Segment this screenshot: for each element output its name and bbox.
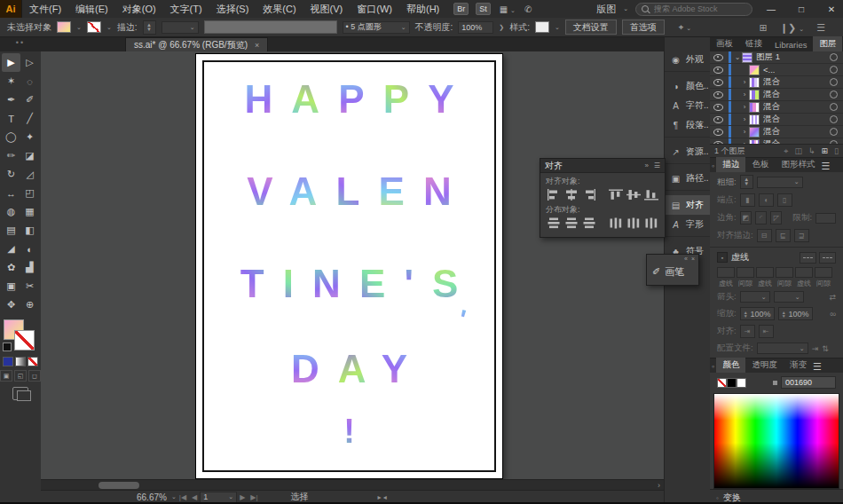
dashed-line-checkbox[interactable]: ▪ <box>717 252 728 263</box>
layer-thumbnail[interactable] <box>742 52 752 63</box>
search-input[interactable] <box>652 4 736 14</box>
brush-icon[interactable]: ✐ <box>652 266 660 278</box>
visibility-eye-icon[interactable] <box>713 79 723 86</box>
dash-field-5[interactable] <box>815 267 832 278</box>
arrow-scale-start-field[interactable]: ▲▼100% <box>740 307 775 320</box>
line-segment-tool[interactable]: ╱ <box>20 109 39 128</box>
brushes-close-icon[interactable]: × <box>691 256 695 264</box>
arrow-align-tip-button[interactable]: ⇥ <box>740 325 755 338</box>
stroke-chevron-icon[interactable]: ⌄ <box>106 24 112 31</box>
preferences-button[interactable]: 首选项 <box>622 20 665 35</box>
panel-menu-icon[interactable]: ☰ <box>816 22 825 34</box>
status-expand-icon[interactable]: ▸ ◂ <box>378 493 387 501</box>
stroke-weight-dropdown[interactable]: ⌄ <box>162 21 199 34</box>
lasso-tool[interactable]: ◌ <box>20 72 39 91</box>
dash-field-4[interactable] <box>795 267 813 278</box>
default-fill-stroke-icon[interactable] <box>3 343 12 351</box>
slice-tool[interactable]: ✂ <box>20 277 39 295</box>
delete-icon[interactable]: ▯ <box>834 146 839 155</box>
align-right-button[interactable] <box>581 188 596 201</box>
width-profile-preview[interactable] <box>204 20 337 34</box>
draw-normal-button[interactable]: ▣ <box>0 370 12 382</box>
fill-chevron-icon[interactable]: ⌄ <box>76 24 82 31</box>
dock-panel-asset-export[interactable]: ↗资源.. <box>665 142 711 161</box>
dist-top-button[interactable] <box>546 217 561 230</box>
align-dash-icon[interactable] <box>819 252 836 264</box>
dock-panel-paragraph[interactable]: ¶段落.. <box>665 115 711 135</box>
round-cap-button[interactable]: ◖ <box>759 193 774 207</box>
brushes-collapse-icon[interactable]: « <box>684 256 688 264</box>
arrow-end-dropdown[interactable]: ⌄ <box>774 291 804 303</box>
style-swatch[interactable] <box>535 21 549 33</box>
menu-item-1[interactable]: 编辑(E) <box>68 0 115 18</box>
first-artboard-icon[interactable]: |◀ <box>179 493 186 501</box>
dock-panel-align[interactable]: ▤对齐 <box>665 195 711 215</box>
layer-name[interactable]: 混合 <box>763 138 780 144</box>
visibility-eye-icon[interactable] <box>713 104 723 111</box>
flip-along-icon[interactable]: ⇥ <box>812 344 819 353</box>
screen-mode-button[interactable] <box>12 387 28 400</box>
cursor-options-icon[interactable]: ⌖ ⌄ <box>679 22 691 33</box>
pen-tool[interactable]: ✒ <box>2 91 20 109</box>
prev-artboard-icon[interactable]: ◀ <box>192 493 197 501</box>
paintbrush-tool[interactable]: ✦ <box>20 128 39 146</box>
align-top-button[interactable] <box>609 188 624 201</box>
dist-right-button[interactable] <box>644 217 659 230</box>
make-mask-icon[interactable]: ◫ <box>794 146 802 155</box>
zoom-tool[interactable]: ⊕ <box>20 295 39 314</box>
color-tab-渐变[interactable]: 渐变 <box>784 358 813 373</box>
flip-across-icon[interactable]: ⇅ <box>822 344 829 353</box>
dock-panel-character[interactable]: A字符.. <box>665 96 711 115</box>
expand-chevron-icon[interactable]: › <box>740 115 749 123</box>
swap-arrowheads-icon[interactable]: ⇄ <box>829 293 836 302</box>
none-swatch[interactable] <box>717 378 727 388</box>
layer-name[interactable]: <... <box>763 65 775 75</box>
menu-item-3[interactable]: 文字(T) <box>163 0 209 18</box>
layer-row-7[interactable]: ›混合 <box>710 138 843 144</box>
panel-tab-图层[interactable]: 图层 <box>813 36 842 51</box>
adobe-stock-search[interactable] <box>635 3 752 16</box>
target-circle-icon[interactable] <box>830 66 838 74</box>
align-bottom-button[interactable] <box>644 188 659 201</box>
dock-panel-color[interactable]: ◑颜色.. <box>665 76 711 96</box>
visibility-eye-icon[interactable] <box>713 67 723 74</box>
locate-object-icon[interactable]: ⌖ <box>784 146 788 156</box>
hex-value-field[interactable]: 001690 <box>781 376 836 389</box>
pencil-tool[interactable]: ✏ <box>2 146 20 165</box>
weight-stepper[interactable]: ▲▼ <box>740 175 753 189</box>
visibility-eye-icon[interactable] <box>713 116 723 123</box>
style-chevron-icon[interactable]: ⌄ <box>555 24 560 31</box>
layer-row-5[interactable]: ›混合 <box>710 114 843 126</box>
visibility-eye-icon[interactable] <box>713 54 723 61</box>
layer-name[interactable]: 混合 <box>763 114 780 125</box>
layer-row-3[interactable]: ›混合 <box>710 89 843 101</box>
last-artboard-icon[interactable]: ▶| <box>250 493 257 501</box>
stroke-color-swatch[interactable] <box>87 21 101 33</box>
ellipse-tool[interactable]: ◯ <box>2 128 20 146</box>
profile-dropdown[interactable]: ⌄ <box>757 343 808 354</box>
artboard-navigation-field[interactable]: 1⌄ <box>200 492 237 503</box>
close-tab-icon[interactable]: × <box>255 41 259 50</box>
eyedropper-tool[interactable]: ◢ <box>2 240 20 258</box>
color-menu-icon[interactable]: ☰ <box>813 361 822 373</box>
dock-panel-appearance[interactable]: ◉外观 <box>665 50 711 69</box>
arrow-scale-end-field[interactable]: ▲▼100% <box>778 307 813 320</box>
hand-tool[interactable]: ✥ <box>2 295 20 314</box>
width-tool[interactable]: ↔ <box>2 184 20 202</box>
dock-panel-pathfinder[interactable]: ▣路径.. <box>665 169 711 188</box>
expand-chevron-icon[interactable]: ⌄ <box>733 53 742 61</box>
arrange-documents-icon[interactable]: ⊞ <box>760 22 768 34</box>
canvas[interactable]: HAPPYVALENTINE'SDAY! ' <box>41 51 664 479</box>
visibility-eye-icon[interactable] <box>713 141 723 145</box>
align-h-center-button[interactable] <box>563 188 579 201</box>
align-center-button[interactable]: ⊟ <box>757 229 772 242</box>
dist-left-button[interactable] <box>609 217 624 230</box>
shape-builder-tool[interactable]: ◍ <box>2 202 20 221</box>
perspective-grid-tool[interactable]: ▦ <box>20 202 39 221</box>
expand-chevron-icon[interactable]: › <box>740 128 749 136</box>
round-join-button[interactable]: ◜ <box>755 211 767 224</box>
target-circle-icon[interactable] <box>830 140 838 144</box>
dash-field-2[interactable] <box>756 267 774 278</box>
target-circle-icon[interactable] <box>830 128 838 136</box>
mesh-tool[interactable]: ▤ <box>2 221 20 240</box>
